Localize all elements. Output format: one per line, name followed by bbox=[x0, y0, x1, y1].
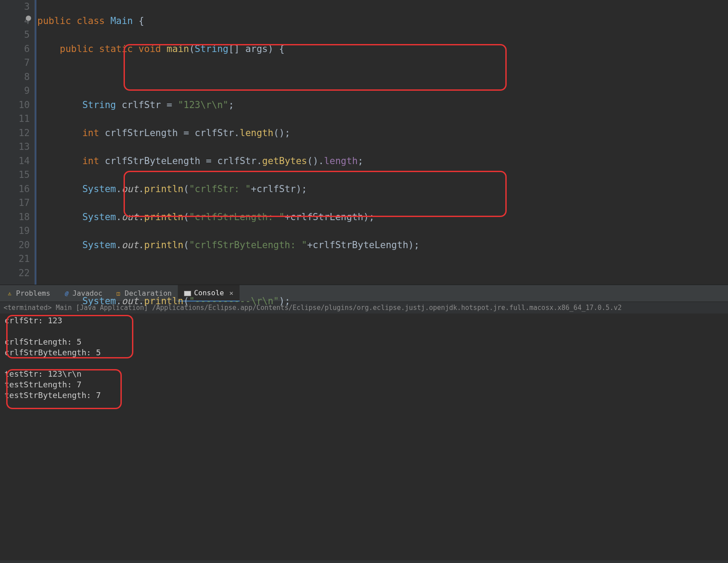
method-name: main bbox=[167, 44, 189, 54]
paren: ) bbox=[363, 212, 369, 222]
variable: crlfStr bbox=[195, 128, 234, 138]
method-call: println bbox=[144, 212, 184, 222]
paren: ( bbox=[184, 296, 189, 306]
dot: . bbox=[139, 212, 144, 222]
line-number: 17 bbox=[0, 196, 30, 210]
operator: + bbox=[251, 184, 257, 194]
string-literal: "123\r\n" bbox=[178, 100, 228, 110]
property: length bbox=[324, 156, 358, 166]
code-line-8[interactable]: int crlfStrByteLength = crlfStr.getBytes… bbox=[37, 154, 728, 169]
code-line-7[interactable]: int crlfStrLength = crlfStr.length(); bbox=[37, 126, 728, 141]
line-number: 15 bbox=[0, 168, 30, 182]
code-line-9[interactable]: System.out.println("crlfStr: "+crlfStr); bbox=[37, 182, 728, 197]
code-editor[interactable]: 3 4 5 6 7 8 9 10 11 12 13 14 15 16 17 18… bbox=[0, 0, 728, 285]
class-name: Main bbox=[110, 16, 133, 26]
dot: . bbox=[139, 240, 144, 250]
paren: ) bbox=[408, 240, 414, 250]
line-number: 21 bbox=[0, 252, 30, 266]
line-number-gutter: 3 4 5 6 7 8 9 10 11 12 13 14 15 16 17 18… bbox=[0, 0, 35, 285]
operator: = bbox=[184, 128, 189, 138]
console-output[interactable]: crlfStr: 123 crlfStrLength: 5 crlfStrByt… bbox=[0, 314, 728, 560]
operator: + bbox=[284, 212, 290, 222]
keyword: public bbox=[37, 16, 71, 26]
dot: . bbox=[318, 156, 324, 166]
keyword: int bbox=[82, 128, 99, 138]
dot: . bbox=[116, 212, 122, 222]
semicolon: ; bbox=[358, 156, 364, 166]
paren: ) bbox=[279, 296, 285, 306]
semicolon: ; bbox=[284, 128, 290, 138]
paren: ( bbox=[184, 184, 189, 194]
dot: . bbox=[139, 184, 144, 194]
class-ref: System bbox=[82, 212, 116, 222]
keyword: public bbox=[60, 44, 94, 54]
type: String bbox=[195, 44, 228, 54]
method-call: println bbox=[144, 184, 184, 194]
line-number: 16 bbox=[0, 182, 30, 197]
field: out bbox=[122, 296, 139, 306]
semicolon: ; bbox=[228, 100, 234, 110]
parameter: args bbox=[245, 44, 268, 54]
line-number: 5 bbox=[0, 28, 30, 42]
bottom-panel: ⚠ Problems @ Javadoc ◫ Declaration Conso… bbox=[0, 285, 728, 563]
code-line-6[interactable]: String crlfStr = "123\r\n"; bbox=[37, 98, 728, 113]
brace: { bbox=[279, 44, 285, 54]
line-number: 11 bbox=[0, 112, 30, 126]
paren: ( bbox=[189, 44, 195, 54]
string-literal: "crlfStrLength: " bbox=[189, 212, 284, 222]
dot: . bbox=[116, 296, 122, 306]
semicolon: ; bbox=[414, 240, 420, 250]
field: out bbox=[122, 184, 139, 194]
operator: = bbox=[167, 100, 172, 110]
method-entry-marker-icon[interactable] bbox=[26, 16, 31, 21]
method-call: println bbox=[144, 240, 184, 250]
line-number: 7 bbox=[0, 56, 30, 70]
keyword: void bbox=[139, 44, 161, 54]
line-number: 9 bbox=[0, 84, 30, 98]
keyword: static bbox=[99, 44, 133, 54]
variable: crlfStr bbox=[256, 184, 296, 194]
line-number: 3 bbox=[0, 0, 30, 14]
paren: () bbox=[273, 128, 284, 138]
method-call: println bbox=[144, 296, 184, 306]
paren: ) bbox=[268, 44, 273, 54]
string-literal: "----------\r\n" bbox=[189, 296, 279, 306]
code-line-4[interactable]: public static void main(String[] args) { bbox=[37, 42, 728, 56]
type: String bbox=[82, 100, 116, 110]
class-ref: System bbox=[82, 240, 116, 250]
line-number: 18 bbox=[0, 210, 30, 225]
line-number: 22 bbox=[0, 266, 30, 281]
code-line-12[interactable] bbox=[37, 266, 728, 281]
problems-icon: ⚠ bbox=[6, 290, 13, 297]
field: out bbox=[122, 212, 139, 222]
code-line-3[interactable]: public class Main { bbox=[37, 14, 728, 28]
code-line-11[interactable]: System.out.println("crlfStrByteLength: "… bbox=[37, 238, 728, 253]
semicolon: ; bbox=[369, 212, 375, 222]
method-call: length bbox=[240, 128, 273, 138]
line-number: 13 bbox=[0, 140, 30, 154]
code-line-10[interactable]: System.out.println("crlfStrLength: "+crl… bbox=[37, 210, 728, 225]
line-number: 12 bbox=[0, 126, 30, 141]
semicolon: ; bbox=[284, 296, 290, 306]
class-ref: System bbox=[82, 296, 116, 306]
line-number: 19 bbox=[0, 224, 30, 238]
code-line-5[interactable] bbox=[37, 70, 728, 84]
operator: = bbox=[206, 156, 212, 166]
class-ref: System bbox=[82, 184, 116, 194]
paren: ( bbox=[184, 212, 189, 222]
keyword: int bbox=[82, 156, 99, 166]
method-call: getBytes bbox=[262, 156, 307, 166]
string-literal: "crlfStr: " bbox=[189, 184, 251, 194]
dot: . bbox=[139, 296, 144, 306]
semicolon: ; bbox=[301, 184, 307, 194]
line-number: 8 bbox=[0, 70, 30, 84]
string-literal: "crlfStrByteLength: " bbox=[189, 240, 307, 250]
code-content[interactable]: public class Main { public static void m… bbox=[35, 0, 728, 285]
line-number: 4 bbox=[0, 14, 30, 28]
code-line-13[interactable]: System.out.println("----------\r\n"); bbox=[37, 294, 728, 309]
paren: ) bbox=[296, 184, 302, 194]
line-number: 10 bbox=[0, 98, 30, 113]
brace: { bbox=[139, 16, 144, 26]
variable: crlfStrByteLength bbox=[105, 156, 200, 166]
variable: crlfStrByteLength bbox=[313, 240, 408, 250]
